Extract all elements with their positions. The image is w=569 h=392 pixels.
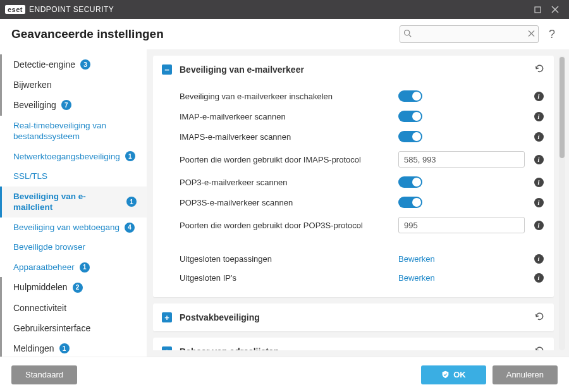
info-icon[interactable]: i [534, 273, 544, 283]
sidebar-item-label: Gebruikersinterface [13, 322, 90, 334]
product-name: ENDPOINT SECURITY [29, 5, 114, 14]
panel-title: Beheer van adreslijsten [180, 346, 527, 350]
sidebar-item-3[interactable]: Real-timebeveiliging van bestandssysteem [0, 116, 147, 147]
scrollbar[interactable] [559, 56, 565, 350]
toggle-switch[interactable] [398, 197, 422, 208]
search-clear-button[interactable] [528, 30, 535, 39]
sidebar-item-12[interactable]: Gebruikersinterface [0, 318, 147, 338]
panel-header[interactable]: +Beheer van adreslijsten [153, 338, 554, 350]
cancel-button[interactable]: Annuleren [493, 365, 558, 384]
info-icon[interactable]: i [534, 132, 544, 142]
info-icon[interactable]: i [534, 198, 544, 207]
toggle-switch[interactable] [398, 176, 422, 188]
info-icon[interactable]: i [534, 155, 544, 164]
sidebar-item-label: Apparaatbeheer [13, 262, 75, 273]
sidebar-item-1[interactable]: Bijwerken [0, 75, 147, 95]
info-wrap: i [532, 111, 545, 121]
setting-row: Uitgesloten toepassingenBewerkeni [180, 249, 545, 268]
close-icon [551, 6, 559, 13]
sidebar-badge: 2 [73, 283, 83, 293]
setting-control [398, 197, 525, 208]
scrollbar-thumb[interactable] [560, 57, 565, 158]
setting-control [398, 217, 525, 233]
setting-label: Poorten die worden gebruikt door POP3S-p… [180, 221, 391, 230]
info-icon[interactable]: i [534, 92, 544, 101]
revert-button[interactable] [534, 345, 545, 350]
sidebar-item-2[interactable]: Beveiliging7 [0, 95, 147, 115]
footer: Standaard OK Annuleren [0, 357, 569, 392]
sidebar-item-label: Bijwerken [13, 79, 52, 90]
info-icon[interactable]: i [534, 178, 544, 187]
setting-control [398, 111, 525, 122]
shield-icon [441, 371, 450, 379]
revert-icon [534, 311, 545, 322]
sidebar-item-0[interactable]: Detectie-engine3 [0, 54, 147, 75]
info-wrap: i [532, 273, 545, 283]
revert-button[interactable] [534, 311, 545, 324]
panel-title: Postvakbeveiliging [180, 312, 527, 322]
maximize-icon [534, 6, 541, 13]
sidebar-badge: 1 [59, 343, 70, 353]
edit-link[interactable]: Bewerken [398, 273, 435, 283]
sidebar-item-9[interactable]: Apparaatbeheer1 [0, 257, 147, 278]
svg-point-3 [405, 30, 410, 35]
search-input[interactable] [400, 25, 539, 43]
info-wrap: i [532, 91, 545, 101]
sidebar-item-label: Beveiliging [13, 99, 56, 111]
edit-link[interactable]: Bewerken [398, 254, 435, 264]
info-icon[interactable]: i [534, 254, 544, 264]
port-input[interactable] [398, 151, 525, 168]
info-icon[interactable]: i [534, 221, 544, 230]
panel-header[interactable]: −Beveiliging van e-mailverkeer [153, 56, 554, 83]
search-icon [403, 29, 412, 39]
setting-row: POP3-e-mailverkeer scanneni [180, 172, 545, 192]
panel-body: Beveiliging van e-mailverkeer inschakele… [153, 83, 554, 297]
revert-icon [534, 63, 545, 74]
sidebar-item-6[interactable]: Beveiliging van e-mailclient1 [0, 187, 147, 217]
panel-title: Beveiliging van e-mailverkeer [180, 64, 527, 75]
ok-button[interactable]: OK [421, 365, 486, 384]
sidebar-item-label: Meldingen [13, 343, 54, 354]
expand-icon: + [162, 346, 172, 350]
toggle-switch[interactable] [398, 131, 422, 142]
setting-row: POP3S-e-mailverkeer scanneni [180, 192, 545, 212]
expand-icon: + [162, 312, 172, 322]
sidebar-badge: 1 [126, 197, 137, 207]
info-wrap: i [532, 197, 545, 207]
panel-header[interactable]: +Postvakbeveiliging [153, 303, 554, 331]
sidebar-item-label: Real-timebeveiliging van bestandssysteem [13, 120, 137, 142]
sidebar-item-label: Connectiviteit [13, 302, 66, 314]
toggle-switch[interactable] [398, 90, 422, 102]
toggle-switch[interactable] [398, 111, 422, 122]
sidebar-item-5[interactable]: SSL/TLS [0, 166, 147, 187]
sidebar-item-10[interactable]: Hulpmiddelen2 [0, 277, 147, 297]
setting-control [398, 151, 525, 168]
sidebar-item-11[interactable]: Connectiviteit [0, 298, 147, 318]
sidebar-item-label: Beveiliging van webtoegang [13, 222, 119, 233]
sidebar-item-4[interactable]: Netwerktoegangsbeveiliging1 [0, 147, 147, 167]
default-button[interactable]: Standaard [11, 365, 77, 384]
panel-1: +Postvakbeveiliging [153, 303, 554, 331]
header: Geavanceerde instellingen ? [0, 19, 569, 49]
info-wrap: i [532, 154, 545, 164]
info-wrap: i [532, 220, 545, 230]
panel-2: +Beheer van adreslijsten [153, 338, 554, 350]
sidebar-item-8[interactable]: Beveiligde browser [0, 237, 147, 257]
revert-button[interactable] [534, 63, 545, 76]
setting-control [398, 131, 525, 142]
window-close-button[interactable] [546, 1, 564, 18]
svg-line-4 [409, 35, 411, 37]
window-maximize-button[interactable] [529, 1, 546, 18]
port-input[interactable] [398, 217, 525, 233]
revert-icon [534, 345, 545, 350]
sidebar-item-label: Hulpmiddelen [13, 281, 68, 293]
help-button[interactable]: ? [546, 28, 558, 41]
sidebar-item-13[interactable]: Meldingen1 [0, 338, 147, 357]
info-icon[interactable]: i [534, 112, 544, 121]
collapse-icon: − [162, 64, 172, 75]
sidebar: Detectie-engine3BijwerkenBeveiliging7Rea… [0, 49, 147, 357]
sidebar-item-7[interactable]: Beveiliging van webtoegang4 [0, 217, 147, 238]
search-wrap [400, 25, 539, 43]
panel-0: −Beveiliging van e-mailverkeerBeveiligin… [153, 56, 554, 297]
sidebar-badge: 4 [125, 223, 135, 233]
